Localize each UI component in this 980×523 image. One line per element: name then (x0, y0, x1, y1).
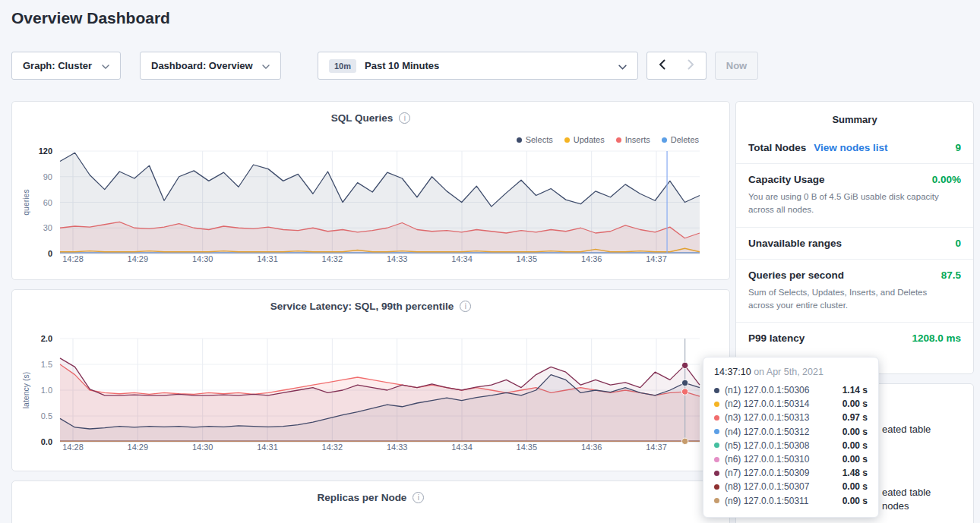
svg-text:14:32: 14:32 (322, 443, 343, 452)
summary-value: 9 (955, 142, 961, 153)
tooltip-node-row: (n2) 127.0.0.1:503140.00 s (714, 397, 868, 411)
summary-label: Unavailable ranges (748, 238, 842, 249)
info-icon[interactable]: i (413, 492, 424, 503)
summary-value: 87.5 (941, 269, 961, 281)
dashboard-dropdown-label: Dashboard: Overview (151, 60, 253, 71)
event-item-fragment: nodes (882, 500, 909, 512)
tooltip-timestamp: 14:37:10 on Apr 5th, 2021 (714, 367, 868, 377)
sql-queries-chart[interactable]: 14:2814:2914:3014:3114:3214:3314:3414:35… (12, 102, 729, 279)
replicas-chart-title: Replicas per Node i (12, 492, 729, 503)
svg-text:14:35: 14:35 (517, 254, 538, 263)
now-button[interactable]: Now (715, 52, 758, 80)
summary-description: Sum of Selects, Updates, Inserts, and De… (748, 286, 948, 313)
svg-text:14:33: 14:33 (387, 254, 408, 263)
summary-value: 0.00% (932, 174, 961, 185)
tooltip-node-row: (n4) 127.0.0.1:503120.00 s (714, 425, 868, 439)
tooltip-node-row: (n1) 127.0.0.1:503061.14 s (714, 383, 868, 397)
tooltip-node-row: (n5) 127.0.0.1:503080.00 s (714, 439, 868, 452)
svg-text:60: 60 (43, 198, 52, 207)
chart-title-text: Replicas per Node (318, 492, 407, 503)
svg-text:0.5: 0.5 (41, 411, 52, 421)
time-prev-button[interactable] (646, 52, 677, 80)
page-title: Overview Dashboard (11, 9, 170, 27)
svg-text:14:36: 14:36 (581, 443, 602, 452)
svg-text:14:32: 14:32 (322, 254, 343, 263)
svg-text:14:31: 14:31 (257, 443, 278, 452)
summary-row-p99-latency: P99 latency 1208.0 ms (736, 322, 973, 354)
svg-text:2.0: 2.0 (41, 334, 52, 343)
summary-row-qps: Queries per second 87.5 Sum of Selects, … (736, 259, 973, 323)
tooltip-node-list: (n1) 127.0.0.1:503061.14 s(n2) 127.0.0.1… (714, 383, 868, 508)
chevron-down-icon (618, 59, 627, 73)
svg-text:0: 0 (48, 249, 52, 258)
chevron-left-icon (659, 59, 665, 73)
svg-text:latency (s): latency (s) (21, 372, 30, 408)
graph-dropdown[interactable]: Graph: Cluster (11, 52, 121, 80)
tooltip-node-row: (n7) 127.0.0.1:503091.48 s (714, 466, 868, 480)
summary-value: 1208.0 ms (912, 332, 961, 344)
svg-text:120: 120 (39, 147, 52, 156)
chevron-down-icon (262, 60, 270, 71)
svg-text:14:34: 14:34 (451, 254, 473, 263)
svg-text:14:29: 14:29 (128, 254, 149, 263)
view-nodes-link[interactable]: View nodes list (814, 142, 887, 153)
svg-text:14:28: 14:28 (62, 443, 84, 452)
tooltip-node-row: (n9) 127.0.0.1:503110.00 s (714, 494, 868, 508)
time-range-label: Past 10 Minutes (365, 60, 439, 71)
chevron-right-icon (688, 59, 694, 73)
svg-text:queries: queries (21, 189, 30, 215)
time-next-button[interactable] (676, 52, 707, 80)
summary-label: Capacity Usage (748, 174, 825, 185)
summary-row-capacity: Capacity Usage 0.00% You are using 0 B o… (736, 163, 973, 227)
svg-text:14:31: 14:31 (257, 254, 278, 263)
svg-text:14:30: 14:30 (192, 443, 213, 452)
summary-row-total-nodes: Total Nodes View nodes list 9 (736, 132, 973, 163)
summary-description: You are using 0 B of 4.5 GiB usable disk… (748, 191, 948, 217)
summary-value: 0 (955, 238, 961, 249)
svg-text:14:36: 14:36 (581, 254, 602, 263)
svg-text:14:35: 14:35 (517, 443, 538, 452)
svg-text:14:29: 14:29 (128, 443, 149, 452)
event-item-fragment: eated table (882, 424, 931, 435)
time-range-dropdown[interactable]: 10m Past 10 Minutes (318, 52, 638, 80)
dashboard-dropdown[interactable]: Dashboard: Overview (140, 52, 281, 80)
svg-text:14:34: 14:34 (451, 443, 473, 452)
event-item-fragment: eated table (882, 487, 931, 498)
summary-label: P99 latency (748, 332, 805, 344)
sql-queries-chart-card: SQL Queries i SelectsUpdatesInsertsDelet… (11, 101, 730, 280)
svg-text:1.0: 1.0 (41, 386, 52, 395)
summary-label: Total Nodes (748, 142, 806, 153)
time-range-badge: 10m (329, 59, 356, 73)
tooltip-node-row: (n8) 127.0.0.1:503070.00 s (714, 480, 868, 493)
svg-text:1.5: 1.5 (41, 360, 52, 369)
summary-label: Queries per second (748, 269, 844, 281)
replicas-per-node-chart-card: Replicas per Node i (11, 480, 730, 523)
overview-dashboard-page: Overview Dashboard Graph: Cluster Dashbo… (0, 0, 980, 523)
tooltip-node-row: (n6) 127.0.0.1:503100.00 s (714, 452, 868, 466)
summary-row-unavailable-ranges: Unavailable ranges 0 (736, 227, 973, 259)
svg-text:0.0: 0.0 (41, 437, 52, 446)
tooltip-date: on Apr 5th, 2021 (751, 367, 824, 377)
summary-title: Summary (736, 102, 973, 132)
service-latency-chart[interactable]: 14:2814:2914:3014:3114:3214:3314:3414:35… (12, 290, 729, 471)
svg-text:90: 90 (43, 172, 52, 181)
svg-text:14:30: 14:30 (192, 254, 213, 263)
svg-text:14:37: 14:37 (646, 254, 667, 263)
tooltip-time: 14:37:10 (714, 367, 751, 377)
chevron-down-icon (102, 60, 109, 71)
service-latency-chart-card: Service Latency: SQL, 99th percentile i … (11, 289, 730, 471)
tooltip-node-row: (n3) 127.0.0.1:503130.97 s (714, 411, 868, 424)
svg-text:14:28: 14:28 (62, 254, 84, 263)
svg-text:30: 30 (43, 223, 52, 232)
chart-tooltip: 14:37:10 on Apr 5th, 2021 (n1) 127.0.0.1… (703, 357, 879, 518)
svg-text:14:37: 14:37 (646, 443, 667, 452)
graph-dropdown-label: Graph: Cluster (23, 60, 92, 71)
svg-text:14:33: 14:33 (387, 443, 408, 452)
summary-panel: Summary Total Nodes View nodes list 9 Ca… (735, 101, 974, 374)
